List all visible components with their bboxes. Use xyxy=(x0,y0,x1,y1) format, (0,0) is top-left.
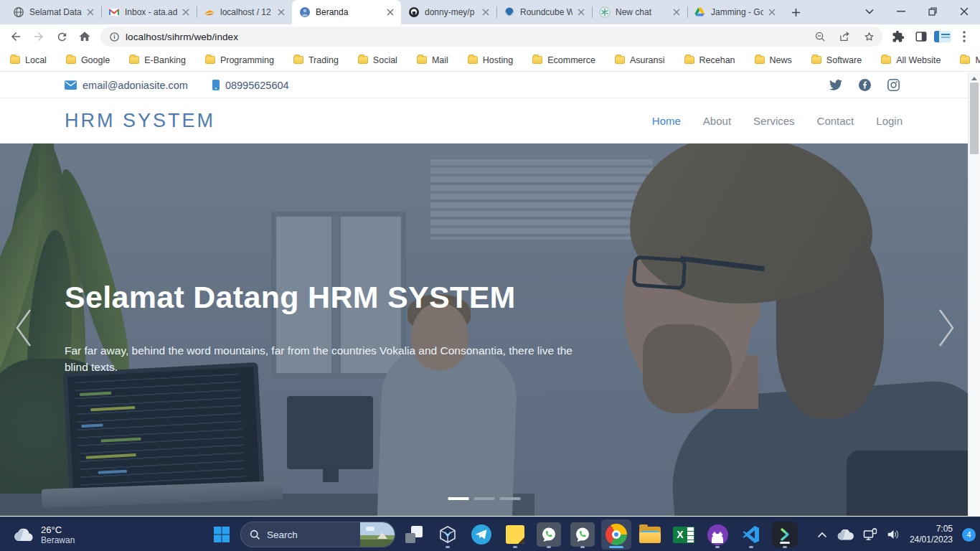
carousel-dot-1[interactable] xyxy=(448,497,469,500)
side-panel-icon[interactable] xyxy=(911,27,931,47)
twitter-icon[interactable] xyxy=(829,80,842,90)
window-close-button[interactable] xyxy=(948,0,980,23)
browser-tab-phpmyadmin[interactable]: localhost / 12 xyxy=(197,0,292,24)
browser-menu-dots-icon[interactable] xyxy=(954,27,974,47)
window-minimize-button[interactable] xyxy=(885,0,917,23)
vscode-icon[interactable] xyxy=(736,519,766,550)
home-button[interactable] xyxy=(75,27,95,47)
bookmark-local[interactable]: Local xyxy=(10,55,47,65)
browser-tab-newchat[interactable]: New chat xyxy=(592,0,687,24)
weather-widget[interactable]: 26°C Berawan xyxy=(7,520,80,549)
instagram-icon[interactable] xyxy=(887,79,900,91)
carousel-dot-3[interactable] xyxy=(500,497,521,500)
carousel-dot-2[interactable] xyxy=(474,497,495,500)
chatgpt-favicon xyxy=(599,6,611,18)
bookmark-star-icon[interactable] xyxy=(859,27,878,46)
start-button[interactable] xyxy=(207,519,237,550)
bookmark-ebanking[interactable]: E-Banking xyxy=(129,55,186,65)
nav-contact[interactable]: Contact xyxy=(817,115,854,127)
whatsapp-icon-2[interactable] xyxy=(567,519,598,550)
tab-close-icon[interactable] xyxy=(482,9,489,16)
tray-chevron-up-icon[interactable] xyxy=(817,532,827,538)
facebook-icon[interactable] xyxy=(859,79,871,91)
browser-tab-jamming[interactable]: Jamming - Go xyxy=(687,0,783,24)
network-icon[interactable] xyxy=(863,528,877,541)
tab-close-icon[interactable] xyxy=(673,9,680,16)
file-explorer-icon[interactable] xyxy=(635,519,665,550)
bookmark-software[interactable]: Software xyxy=(811,55,862,65)
onedrive-icon[interactable] xyxy=(837,529,854,540)
volume-icon[interactable] xyxy=(887,529,900,540)
tab-search-chevron-icon[interactable] xyxy=(854,0,885,23)
bookmark-movie[interactable]: Movie xyxy=(960,55,980,65)
folder-icon xyxy=(811,56,821,64)
back-button[interactable] xyxy=(6,27,26,47)
tab-title: Inbox - ata.ad xyxy=(125,7,177,17)
new-tab-button[interactable] xyxy=(786,2,806,22)
sticky-notes-icon[interactable] xyxy=(500,519,530,550)
tab-close-icon[interactable] xyxy=(182,9,189,16)
bookmark-trading[interactable]: Trading xyxy=(293,55,339,65)
tab-close-icon[interactable] xyxy=(87,9,94,16)
phone-link[interactable]: 08995625604 xyxy=(212,80,289,91)
github-desktop-icon[interactable] xyxy=(702,519,732,550)
taskbar-search[interactable]: Search xyxy=(240,522,395,547)
page-scrollbar[interactable] xyxy=(968,72,980,517)
profile-avatar[interactable] xyxy=(934,31,951,42)
task-view-button[interactable] xyxy=(399,519,429,550)
tab-close-icon[interactable] xyxy=(387,9,394,16)
bookmark-social[interactable]: Social xyxy=(358,55,397,65)
bookmark-news[interactable]: News xyxy=(755,55,792,65)
nav-about[interactable]: About xyxy=(703,115,731,127)
notification-badge[interactable]: 4 xyxy=(962,528,976,542)
browser-tab-inbox[interactable]: Inbox - ata.ad xyxy=(101,0,197,24)
filmora-icon[interactable] xyxy=(770,519,800,550)
zoom-out-icon[interactable] xyxy=(811,27,829,46)
bookmark-ecommerce[interactable]: Ecommerce xyxy=(532,55,595,65)
windows-taskbar: 26°C Berawan Search xyxy=(0,517,980,551)
email-link[interactable]: email@adoniasite.com xyxy=(65,80,188,91)
search-daily-image[interactable] xyxy=(360,522,395,547)
bookmark-google[interactable]: Google xyxy=(66,55,110,65)
scrollbar-thumb[interactable] xyxy=(970,83,979,154)
tab-close-icon[interactable] xyxy=(768,9,776,16)
share-icon[interactable] xyxy=(835,27,854,46)
virtualbox-icon[interactable] xyxy=(433,519,463,550)
bookmark-recehan[interactable]: Recehan xyxy=(684,55,735,65)
taskbar-clock[interactable]: 7:05 24/01/2023 xyxy=(910,524,953,545)
carousel-prev-arrow[interactable] xyxy=(13,307,34,349)
address-bar[interactable]: localhost/sihrm/web/index xyxy=(100,27,882,47)
telegram-icon[interactable] xyxy=(466,519,496,550)
carousel-next-arrow[interactable] xyxy=(936,307,957,349)
browser-tab-github[interactable]: donny-mey/p xyxy=(401,0,496,24)
url-text[interactable]: localhost/sihrm/web/index xyxy=(126,32,805,42)
window-restore-button[interactable] xyxy=(917,0,948,23)
tab-close-icon[interactable] xyxy=(278,9,285,16)
site-logo[interactable]: HRM SYSTEM xyxy=(65,110,215,132)
site-header: HRM SYSTEM Home About Services Contact L… xyxy=(0,98,980,143)
browser-tab-roundcube[interactable]: Roundcube W xyxy=(496,0,592,24)
bookmark-programming[interactable]: Programming xyxy=(205,55,274,65)
browser-tab-beranda-active[interactable]: Beranda xyxy=(292,0,401,24)
bookmark-allwebsite[interactable]: All Website xyxy=(881,55,941,65)
nav-login[interactable]: Login xyxy=(876,115,903,127)
bookmark-mail[interactable]: Mail xyxy=(417,55,448,65)
nav-services[interactable]: Services xyxy=(753,115,795,127)
bookmark-asuransi[interactable]: Asuransi xyxy=(615,55,665,65)
email-text: email@adoniasite.com xyxy=(83,80,188,91)
tab-close-icon[interactable] xyxy=(578,9,585,16)
chrome-icon[interactable] xyxy=(601,519,631,550)
whatsapp-icon-1[interactable] xyxy=(534,519,564,550)
extensions-puzzle-icon[interactable] xyxy=(888,27,908,47)
forward-button[interactable] xyxy=(29,27,49,47)
reload-button[interactable] xyxy=(52,27,72,47)
phone-text: 08995625604 xyxy=(225,80,289,91)
page-info-icon[interactable] xyxy=(109,32,120,42)
bookmark-hosting[interactable]: Hosting xyxy=(468,55,513,65)
folder-icon xyxy=(960,56,970,64)
site-nav: Home About Services Contact Login xyxy=(652,115,903,127)
browser-tab-selamat[interactable]: Selamat Data xyxy=(6,0,101,24)
excel-icon[interactable]: X xyxy=(669,519,699,550)
nav-home[interactable]: Home xyxy=(652,115,681,127)
bookmark-label: Asuransi xyxy=(630,55,665,65)
